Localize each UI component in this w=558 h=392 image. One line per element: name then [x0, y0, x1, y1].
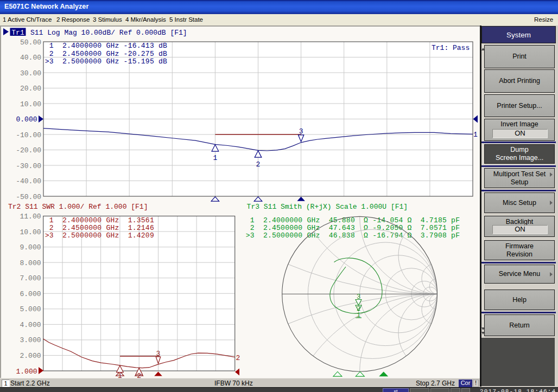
svg-text:10.00: 10.00 — [20, 228, 41, 236]
svg-text:Tr3 S11 Smith (R+jX) Scale 1.0: Tr3 S11 Smith (R+jX) Scale 1.000U [F1] — [247, 203, 408, 211]
svg-text:-50.00: -50.00 — [16, 193, 41, 201]
svg-text:2: 2 — [256, 160, 261, 169]
svg-text:1 2.4000000 GHz 45.880 Ω -1: 1 2.4000000 GHz 45.880 Ω -14.054 Ω 4.718… — [246, 216, 460, 224]
svg-text:0.000: 0.000 — [16, 115, 37, 124]
svg-text:2: 2 — [236, 354, 240, 362]
svg-text:S11 Log Mag 10.00dB/ Ref 0.000: S11 Log Mag 10.00dB/ Ref 0.000dB [F1] — [30, 29, 187, 37]
svg-text:30.00: 30.00 — [20, 69, 41, 78]
svg-text:10.00: 10.00 — [20, 100, 41, 108]
svg-text:20.00: 20.00 — [20, 85, 41, 93]
svg-text:1: 1 — [473, 131, 478, 139]
svg-text:Tr2 S11 SWR 1.000/ Ref 1.000 [: Tr2 S11 SWR 1.000/ Ref 1.000 [F1] — [8, 203, 148, 211]
svg-text:7.000: 7.000 — [20, 274, 41, 282]
svg-text:1: 1 — [213, 154, 217, 162]
svg-text:3: 3 — [156, 350, 161, 358]
svg-text:3: 3 — [299, 127, 303, 136]
svg-text:40.00: 40.00 — [20, 54, 41, 62]
svg-text:9.000: 9.000 — [20, 243, 41, 252]
svg-text:>3 2.5000000 GHz 1.4209: >3 2.5000000 GHz 1.4209 — [45, 232, 154, 240]
svg-text:2.000: 2.000 — [20, 352, 41, 360]
svg-text:Tr1: Tr1 — [11, 29, 24, 37]
svg-text:2 2.4500000 GHz -20.275 dB: 2 2.4500000 GHz -20.275 dB — [45, 50, 167, 58]
svg-text:-30.00: -30.00 — [16, 162, 41, 170]
svg-text:3.000: 3.000 — [20, 336, 41, 344]
svg-text:-20.00: -20.00 — [16, 146, 41, 155]
svg-text:Tr1: Pass: Tr1: Pass — [432, 44, 470, 52]
svg-text:1 2.4000000 GHz 1.3561: 1 2.4000000 GHz 1.3561 — [45, 216, 154, 224]
svg-text:>3 2.5000000 GHz -15.195 dB: >3 2.5000000 GHz -15.195 dB — [45, 57, 167, 66]
svg-text:4.000: 4.000 — [20, 321, 41, 329]
svg-text:1.000: 1.000 — [16, 368, 37, 376]
svg-text:1 2.4000000 GHz -16.413 dB: 1 2.4000000 GHz -16.413 dB — [45, 42, 167, 50]
svg-text:-10.00: -10.00 — [16, 131, 41, 139]
svg-text:8.000: 8.000 — [20, 259, 41, 267]
svg-text:11.00: 11.00 — [20, 213, 41, 221]
svg-text:50.00: 50.00 — [20, 38, 41, 47]
svg-text:-40.00: -40.00 — [16, 177, 41, 185]
svg-text:5.000: 5.000 — [20, 305, 41, 313]
svg-text:6.000: 6.000 — [20, 290, 41, 298]
